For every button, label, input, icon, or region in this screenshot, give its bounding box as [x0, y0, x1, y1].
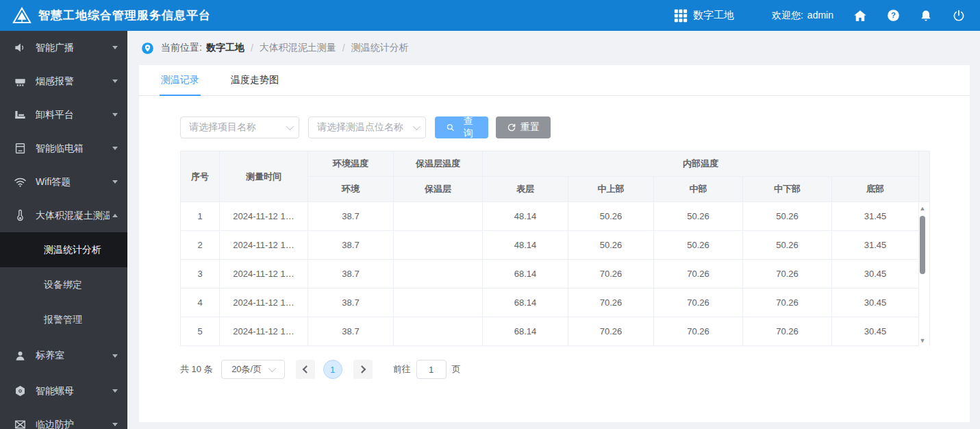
chevron-down-icon — [112, 46, 118, 49]
total-count: 共 10 条 — [180, 363, 213, 376]
nut-icon — [14, 384, 27, 397]
sidebar-item-concrete-temp[interactable]: 大体积混凝土测温 — [0, 199, 127, 232]
goto-label: 前往 — [393, 363, 411, 376]
search-icon — [446, 123, 455, 132]
table-row[interactable]: 52024-11-12 1…38.768.1470.2670.2670.2630… — [181, 317, 930, 346]
page-unit-label: 页 — [452, 363, 461, 376]
tab-bar: 测温记录 温度走势图 — [139, 65, 970, 96]
power-icon[interactable] — [951, 8, 966, 23]
sidebar: 智能广播 烟感报警 卸料平台 智能临电箱 Wifi答题 大体积混凝土测温 — [0, 31, 127, 429]
breadcrumb-prefix: 当前位置: — [161, 42, 202, 54]
search-button[interactable]: 查询 — [435, 117, 488, 138]
chevron-down-icon — [112, 354, 118, 358]
col-surface: 表层 — [483, 177, 568, 202]
prev-page-button[interactable] — [296, 360, 315, 379]
table-row[interactable]: 32024-11-12 1…38.768.1470.2670.2670.2630… — [181, 260, 930, 289]
breadcrumb-root[interactable]: 数字工地 — [206, 42, 244, 54]
refresh-icon — [507, 123, 516, 132]
svg-text:?: ? — [891, 11, 896, 19]
fence-icon — [14, 418, 27, 429]
chevron-down-icon — [112, 113, 118, 117]
sidebar-subitem-temp-statistics[interactable]: 测温统计分析 — [0, 232, 127, 267]
sidebar-item-curing-room[interactable]: 标养室 — [0, 337, 127, 374]
location-pin-icon — [141, 42, 154, 55]
platform-title: 智慧工地综合管理服务信息平台 — [38, 8, 211, 23]
sidebar-item-edge-protection[interactable]: 临边防护 — [0, 408, 127, 429]
app-root: 智慧工地综合管理服务信息平台 数字工地 欢迎您:admin ? 智能广播 — [0, 0, 980, 429]
person-icon — [14, 350, 27, 363]
tab-temp-records[interactable]: 测温记录 — [160, 74, 201, 95]
table-scrollbar[interactable]: ▲ ▼ — [917, 205, 928, 344]
chevron-down-icon — [413, 123, 420, 130]
sidebar-item-broadcast[interactable]: 智能广播 — [0, 31, 127, 64]
chevron-left-icon — [302, 365, 310, 373]
col-group-env-temp: 环境温度 — [308, 151, 394, 177]
scroll-up-icon[interactable]: ▲ — [920, 205, 926, 212]
col-lower-middle: 中下部 — [743, 177, 832, 202]
table-header: 序号 测量时间 环境温度 保温层温度 内部温度 环境 保温层 表层 中上部 — [181, 151, 930, 202]
welcome-text: 欢迎您:admin — [772, 10, 833, 22]
col-group-internal-temp: 内部温度 — [483, 151, 919, 177]
app-switcher-label: 数字工地 — [693, 9, 734, 22]
table-row[interactable]: 12024-11-12 1…38.748.1450.2650.2650.2631… — [181, 202, 930, 231]
col-insulation: 保温层 — [394, 177, 483, 202]
speaker-icon — [14, 41, 27, 54]
chevron-down-icon — [286, 123, 294, 130]
help-icon[interactable]: ? — [885, 8, 901, 23]
grid-icon — [673, 8, 688, 23]
table-row[interactable]: 42024-11-12 1…38.768.1470.2670.2670.2630… — [181, 289, 930, 317]
sidebar-item-smoke-alarm[interactable]: 烟感报警 — [0, 64, 127, 98]
table-row[interactable]: 22024-11-12 1…38.748.1450.2650.2650.2631… — [181, 231, 930, 260]
col-seq: 序号 — [181, 151, 220, 202]
chevron-right-icon — [358, 365, 366, 373]
wifi-icon — [14, 175, 27, 188]
col-measure-time: 测量时间 — [220, 151, 308, 202]
col-bottom: 底部 — [832, 177, 919, 202]
sidebar-item-smart-nut[interactable]: 智能螺母 — [0, 374, 127, 408]
pagination-bar: 共 10 条 20条/页 1 前往 页 — [180, 360, 970, 379]
reset-button[interactable]: 重置 — [496, 117, 551, 138]
col-middle: 中部 — [654, 177, 743, 202]
sidebar-subitem-device-binding[interactable]: 设备绑定 — [0, 267, 127, 302]
content-card: 测温记录 温度走势图 请选择项目名称 请选择测温点位名称 查询 — [139, 65, 970, 422]
page-size-select[interactable]: 20条/页 — [221, 360, 285, 379]
chevron-down-icon — [268, 365, 276, 372]
col-env: 环境 — [308, 177, 394, 202]
filter-bar: 请选择项目名称 请选择测温点位名称 查询 重置 — [180, 117, 970, 138]
breadcrumb-level2[interactable]: 大体积混泥土测量 — [260, 42, 336, 54]
home-icon[interactable] — [853, 8, 868, 23]
breadcrumb-level3[interactable]: 测温统计分析 — [351, 42, 409, 54]
breadcrumb: 当前位置: 数字工地 / 大体积混泥土测量 / 测温统计分析 — [127, 31, 980, 65]
scrollbar-thumb[interactable] — [920, 216, 925, 274]
col-group-insulation-temp: 保温层温度 — [394, 151, 483, 177]
measure-point-select[interactable]: 请选择测温点位名称 — [308, 117, 426, 138]
chevron-down-icon — [112, 389, 118, 393]
app-switcher[interactable]: 数字工地 — [673, 8, 734, 23]
platform-logo-icon — [12, 6, 32, 25]
chevron-down-icon — [112, 423, 118, 426]
next-page-button[interactable] — [353, 360, 373, 379]
goto-page-input[interactable] — [416, 360, 447, 379]
chevron-up-icon — [112, 214, 118, 217]
sidebar-subitem-alarm-management[interactable]: 报警管理 — [0, 302, 127, 337]
project-name-select[interactable]: 请选择项目名称 — [180, 117, 299, 138]
power-box-icon — [14, 142, 27, 155]
smoke-alarm-icon — [14, 75, 27, 88]
sidebar-item-unloading-platform[interactable]: 卸料平台 — [0, 98, 127, 132]
unloading-platform-icon — [14, 108, 27, 121]
thermometer-icon — [14, 209, 27, 222]
username: admin — [807, 10, 833, 21]
chevron-down-icon — [112, 147, 118, 150]
col-upper-middle: 中上部 — [568, 177, 654, 202]
main-area: 当前位置: 数字工地 / 大体积混泥土测量 / 测温统计分析 测温记录 温度走势… — [127, 31, 980, 429]
sidebar-item-power-box[interactable]: 智能临电箱 — [0, 132, 127, 165]
scrollbar-gutter — [919, 151, 930, 202]
page-number-current[interactable]: 1 — [323, 360, 342, 379]
sidebar-item-wifi-quiz[interactable]: Wifi答题 — [0, 165, 127, 199]
temperature-table: 序号 测量时间 环境温度 保温层温度 内部温度 环境 保温层 表层 中上部 — [180, 151, 961, 346]
top-header-bar: 智慧工地综合管理服务信息平台 数字工地 欢迎您:admin ? — [0, 0, 980, 31]
scroll-down-icon[interactable]: ▼ — [920, 337, 926, 344]
bell-icon[interactable] — [918, 8, 933, 23]
chevron-down-icon — [112, 180, 118, 184]
tab-temp-trend-chart[interactable]: 温度走势图 — [229, 74, 280, 95]
